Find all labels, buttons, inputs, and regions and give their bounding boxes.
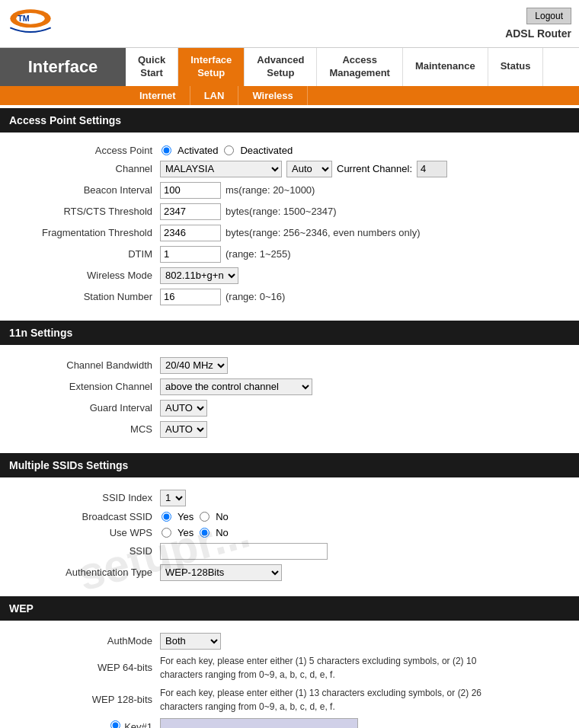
wep-section-header: WEP	[0, 596, 579, 621]
tm-logo: TM	[8, 5, 69, 43]
ssid-input[interactable]	[160, 543, 328, 560]
channel-country-select[interactable]: MALAYSIA	[160, 161, 282, 177]
11n-settings: Channel Bandwidth 20/40 MHz 20 MHz Exten…	[0, 345, 579, 450]
logout-button[interactable]: Logout	[526, 8, 571, 24]
mcs-value: AUTO	[160, 421, 564, 438]
rts-label: RTS/CTS Threshold	[8, 206, 160, 217]
use-wps-value: Yes No	[160, 527, 564, 538]
guard-interval-label: Guard Interval	[8, 402, 160, 413]
dtim-hint: (range: 1~255)	[226, 248, 291, 260]
channel-bw-select[interactable]: 20/40 MHz 20 MHz	[160, 357, 228, 374]
broadcast-ssid-label: Broadcast SSID	[8, 511, 160, 522]
broadcast-ssid-row: Broadcast SSID Yes No	[8, 511, 564, 522]
channel-auto-select[interactable]: Auto	[286, 161, 332, 177]
station-number-label: Station Number	[8, 291, 160, 302]
ssid-label: SSID	[8, 545, 160, 557]
key1-row: Key#1	[8, 718, 564, 728]
use-wps-row: Use WPS Yes No	[8, 527, 564, 538]
access-point-row: Access Point Activated Deactivated	[8, 145, 564, 156]
wep64-label: WEP 64-bits	[8, 662, 160, 673]
wps-yes-radio[interactable]	[162, 528, 171, 538]
activated-radio[interactable]	[162, 145, 171, 155]
current-channel-label: Current Channel:	[337, 163, 412, 174]
wps-yes-label: Yes	[178, 527, 194, 538]
sidebar-label: Interface	[0, 48, 126, 86]
authmode-value: Both Open Shared	[160, 633, 564, 650]
key1-label-area: Key#1	[8, 720, 160, 728]
channel-value: MALAYSIA Auto Current Channel:	[160, 161, 564, 177]
ssid-value	[160, 543, 564, 560]
rts-input[interactable]	[160, 203, 221, 220]
station-number-row: Station Number (range: 0~16)	[8, 289, 564, 305]
access-point-label: Access Point	[8, 145, 160, 156]
wep128-value: For each key, please enter either (1) 13…	[160, 686, 564, 714]
guard-interval-select[interactable]: AUTO Long Short	[160, 400, 207, 417]
dtim-input[interactable]	[160, 246, 221, 263]
current-channel-input[interactable]	[417, 161, 447, 177]
extension-channel-row: Extension Channel above the control chan…	[8, 378, 564, 395]
wep128-row: WEP 128-bits For each key, please enter …	[8, 686, 564, 714]
mcs-row: MCS AUTO	[8, 421, 564, 438]
header-right: Logout ADSL Router	[505, 8, 571, 40]
sub-nav-wireless[interactable]: Wireless	[238, 86, 307, 105]
11n-section-header: 11n Settings	[0, 321, 579, 345]
beacon-interval-value: ms(range: 20~1000)	[160, 182, 564, 199]
broadcast-no-label: No	[216, 511, 229, 522]
nav-item-advanced-setup[interactable]: AdvancedSetup	[245, 48, 317, 86]
nav-items: QuickStart InterfaceSetup AdvancedSetup …	[126, 48, 579, 86]
broadcast-yes-label: Yes	[178, 511, 194, 522]
content-main: Access Point Settings Access Point Activ…	[0, 108, 579, 728]
mcs-select[interactable]: AUTO	[160, 421, 207, 438]
key1-value	[160, 718, 564, 728]
extension-channel-select[interactable]: above the control channel below the cont…	[160, 378, 312, 395]
logo-area: TM	[8, 5, 69, 43]
frag-hint: bytes(range: 256~2346, even numbers only…	[226, 227, 420, 238]
extension-channel-label: Extension Channel	[8, 381, 160, 392]
beacon-interval-label: Beacon Interval	[8, 184, 160, 196]
station-number-input[interactable]	[160, 289, 221, 305]
broadcast-no-radio[interactable]	[200, 512, 210, 522]
svg-text:TM: TM	[18, 14, 30, 23]
broadcast-yes-radio[interactable]	[162, 512, 171, 522]
wps-no-radio[interactable]	[200, 528, 210, 538]
use-wps-label: Use WPS	[8, 527, 160, 538]
sub-nav-lan[interactable]: LAN	[190, 86, 239, 105]
guard-interval-row: Guard Interval AUTO Long Short	[8, 400, 564, 417]
guard-interval-value: AUTO Long Short	[160, 400, 564, 417]
multiple-ssids-settings: SSID Index 1 2 3 4 Broadcast SSID Yes No…	[0, 477, 579, 593]
frag-input[interactable]	[160, 225, 221, 241]
channel-bw-row: Channel Bandwidth 20/40 MHz 20 MHz	[8, 357, 564, 374]
ssid-row: SSID	[8, 543, 564, 560]
beacon-interval-row: Beacon Interval ms(range: 20~1000)	[8, 182, 564, 199]
mcs-label: MCS	[8, 423, 160, 435]
nav-item-access-management[interactable]: AccessManagement	[317, 48, 402, 86]
nav-item-interface-setup[interactable]: InterfaceSetup	[178, 48, 245, 86]
ssid-index-select[interactable]: 1 2 3 4	[160, 490, 186, 506]
multiple-ssids-section-header: Multiple SSIDs Settings	[0, 453, 579, 477]
wireless-mode-row: Wireless Mode 802.11b+g+n 802.11b 802.11…	[8, 267, 564, 284]
wep64-hint: For each key, please enter either (1) 5 …	[160, 654, 495, 682]
auth-type-row: Authentication Type WEP-128Bits WEP-64Bi…	[8, 564, 564, 581]
broadcast-ssid-value: Yes No	[160, 511, 564, 522]
activated-label: Activated	[178, 145, 218, 156]
authmode-select[interactable]: Both Open Shared	[160, 633, 221, 650]
wireless-mode-label: Wireless Mode	[8, 270, 160, 281]
nav-item-maintenance[interactable]: Maintenance	[403, 48, 488, 86]
access-point-value: Activated Deactivated	[160, 145, 564, 156]
wep128-hint: For each key, please enter either (1) 13…	[160, 686, 495, 714]
ssid-index-row: SSID Index 1 2 3 4	[8, 490, 564, 506]
access-point-section-header: Access Point Settings	[0, 108, 579, 133]
nav-item-status[interactable]: Status	[488, 48, 544, 86]
key1-radio[interactable]	[110, 720, 120, 728]
nav-bar: Interface QuickStart InterfaceSetup Adva…	[0, 48, 579, 86]
sub-nav-internet[interactable]: Internet	[126, 86, 190, 105]
auth-type-select[interactable]: WEP-128Bits WEP-64Bits Open	[160, 564, 282, 581]
deactivated-radio[interactable]	[224, 145, 234, 155]
beacon-interval-input[interactable]	[160, 182, 221, 199]
wps-no-label: No	[216, 527, 229, 538]
wireless-mode-select[interactable]: 802.11b+g+n 802.11b 802.11g 802.11n	[160, 267, 238, 284]
key1-input[interactable]	[160, 718, 358, 728]
access-point-settings: Access Point Activated Deactivated Chann…	[0, 133, 579, 318]
authmode-label: AuthMode	[8, 635, 160, 647]
nav-item-quick-start[interactable]: QuickStart	[126, 48, 178, 86]
